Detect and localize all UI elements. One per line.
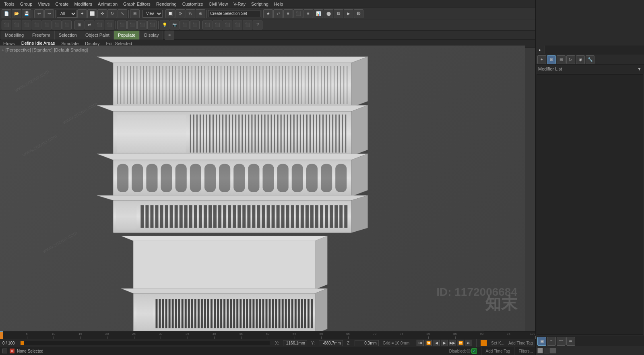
t2-btn-3[interactable]: ⬛ (22, 21, 31, 29)
t2-camera-btn[interactable]: 📷 (170, 21, 180, 29)
timeline-cursor[interactable] (0, 332, 3, 339)
menu-modifiers[interactable]: Modifiers (72, 1, 95, 7)
view-dropdown[interactable]: View (142, 10, 163, 18)
rp-bottom-icon-2[interactable]: ≡ (547, 337, 556, 346)
t2-view-btn2[interactable]: ⬛ (127, 21, 137, 29)
diffuse-swatch[interactable] (537, 348, 543, 353)
disabled-dot-red[interactable] (466, 349, 471, 353)
angle-snap-btn[interactable]: ⟳ (175, 9, 185, 18)
selection-filter-dropdown[interactable]: All (57, 10, 77, 18)
menu-group[interactable]: Group (18, 1, 35, 7)
new-btn[interactable]: 📄 (2, 9, 11, 18)
percent-snap-btn[interactable]: % (186, 9, 195, 18)
layer-btn[interactable]: ⬛ (293, 9, 303, 18)
t2-more-btn5[interactable]: ⬛ (243, 21, 252, 29)
t2-btn-1[interactable]: ⬛ (2, 21, 11, 29)
menu-customize[interactable]: Customize (180, 1, 206, 7)
menu-views[interactable]: Views (35, 1, 52, 7)
tab-modelling[interactable]: Modelling (1, 31, 28, 39)
pb-next-frame[interactable]: ▶▶ (449, 340, 456, 346)
rp-tab-1[interactable]: ▸ (536, 46, 545, 54)
rp-bottom-icon-1[interactable]: ▣ (537, 337, 546, 346)
scene-viewport[interactable]: www.znzmo.com www.znzmo.com www.znzmo.co… (0, 46, 525, 331)
t2-view-btn4[interactable]: ⬛ (147, 21, 157, 29)
tab-object-paint[interactable]: Object Paint (81, 31, 114, 39)
ambient-swatch[interactable] (544, 348, 549, 353)
rp-icon-create[interactable]: + (537, 55, 546, 64)
key-set-indicator[interactable] (481, 340, 487, 346)
t2-mirror-btn[interactable]: ⇌ (85, 21, 94, 29)
t2-view-btn1[interactable]: ⬛ (117, 21, 127, 29)
rp-bottom-icon-4[interactable]: ✏ (566, 337, 575, 346)
graph-editor-btn[interactable]: 📊 (314, 9, 323, 18)
maxscript-close-btn[interactable]: ✕ (10, 349, 14, 353)
modifier-list-arrow[interactable]: ▼ (637, 66, 642, 71)
disabled-toggle[interactable]: ✓ (471, 348, 477, 354)
rp-icon-motion[interactable]: ▷ (566, 55, 575, 64)
undo-btn[interactable]: ↩ (34, 9, 44, 18)
t2-env-btn[interactable]: ⬛ (180, 21, 190, 29)
align-btn[interactable]: ≡ (283, 9, 293, 18)
pb-to-start[interactable]: ⏮ (417, 340, 424, 346)
menu-civil-view[interactable]: Civil View (206, 1, 230, 7)
t2-btn-6[interactable]: ⬛ (52, 21, 62, 29)
menu-vray[interactable]: V-Ray (231, 1, 248, 7)
render-setup-btn[interactable]: 🖥 (334, 9, 343, 18)
tab-populate[interactable]: Populate (114, 31, 140, 39)
open-btn[interactable]: 📂 (12, 9, 21, 18)
menu-graph-editors[interactable]: Graph Editors (121, 1, 153, 7)
pb-play[interactable]: ▶ (441, 340, 448, 346)
spinner-snap-btn[interactable]: ⊛ (196, 9, 205, 18)
create-selection-input[interactable] (208, 10, 260, 17)
save-btn[interactable]: 💾 (22, 9, 31, 18)
t2-more-btn2[interactable]: ⬛ (213, 21, 222, 29)
rotate-btn[interactable]: ↻ (107, 9, 117, 18)
t2-clone-btn[interactable]: ⬛ (105, 21, 114, 29)
named-selection-btn[interactable]: ★ (263, 9, 273, 18)
t2-array-btn[interactable]: ⬛ (95, 21, 104, 29)
reference-coord-btn[interactable]: ⊞ (130, 9, 140, 18)
pb-next-key[interactable]: ⏩ (457, 340, 464, 346)
render-frame-btn[interactable]: 🖼 (354, 9, 363, 18)
specular-swatch[interactable] (550, 348, 556, 353)
pb-prev-key[interactable]: ⏪ (425, 340, 432, 346)
add-time-tag-bottom[interactable]: Add Time Tag (485, 349, 510, 353)
tab-selection[interactable]: Selection (55, 31, 81, 39)
menu-rendering[interactable]: Rendering (154, 1, 179, 7)
filters-label[interactable]: Filters... (518, 349, 533, 353)
t2-btn-7[interactable]: ⬛ (62, 21, 72, 29)
tab-display[interactable]: Display (140, 31, 163, 39)
timeline-track-inner[interactable]: 0 5 10 15 20 25 30 35 40 45 50 55 60 65 … (0, 332, 535, 339)
rp-icon-utilities[interactable]: 🔧 (586, 55, 594, 64)
snap-toggle-btn[interactable]: 🔲 (165, 9, 175, 18)
menu-scripting[interactable]: Scripting (249, 1, 271, 7)
t2-view-btn3[interactable]: ⬛ (137, 21, 147, 29)
ribbon-btn[interactable]: ≡ (303, 9, 313, 18)
t2-more-btn4[interactable]: ⬛ (233, 21, 242, 29)
t2-btn-4[interactable]: ⬛ (32, 21, 41, 29)
t2-btn-2[interactable]: ⬛ (12, 21, 21, 29)
mini-timeline[interactable] (21, 341, 270, 345)
timeline-playhead[interactable] (21, 341, 24, 345)
menu-create[interactable]: Create (53, 1, 71, 7)
rp-bottom-icon-3[interactable]: ≡≡ (557, 337, 566, 346)
t2-help-btn[interactable]: ? (253, 21, 262, 29)
tab-freeform[interactable]: Freeform (28, 31, 55, 39)
pb-prev-frame[interactable]: ◀ (433, 340, 440, 346)
render-btn[interactable]: ▶ (344, 9, 353, 18)
select-btn[interactable]: ✦ (77, 9, 87, 18)
menu-tools[interactable]: Tools (2, 1, 17, 7)
t2-light-btn[interactable]: 💡 (160, 21, 169, 29)
set-key-label[interactable]: Set K... (491, 341, 504, 345)
rp-icon-hierarchy[interactable]: ⊟ (557, 55, 566, 64)
t2-more-btn1[interactable]: ⬛ (202, 21, 212, 29)
rp-icon-modify[interactable]: ⊞ (547, 55, 556, 64)
populate-options-btn[interactable]: ≡ (165, 31, 174, 39)
mirror-btn[interactable]: ⇄ (273, 9, 283, 18)
t2-more-btn3[interactable]: ⬛ (223, 21, 232, 29)
redo-btn[interactable]: ↪ (44, 9, 54, 18)
menu-help[interactable]: Help (272, 1, 286, 7)
move-btn[interactable]: ✛ (97, 9, 107, 18)
t2-snap-btn[interactable]: ⊞ (74, 21, 84, 29)
maxscript-checkbox[interactable] (2, 349, 7, 353)
